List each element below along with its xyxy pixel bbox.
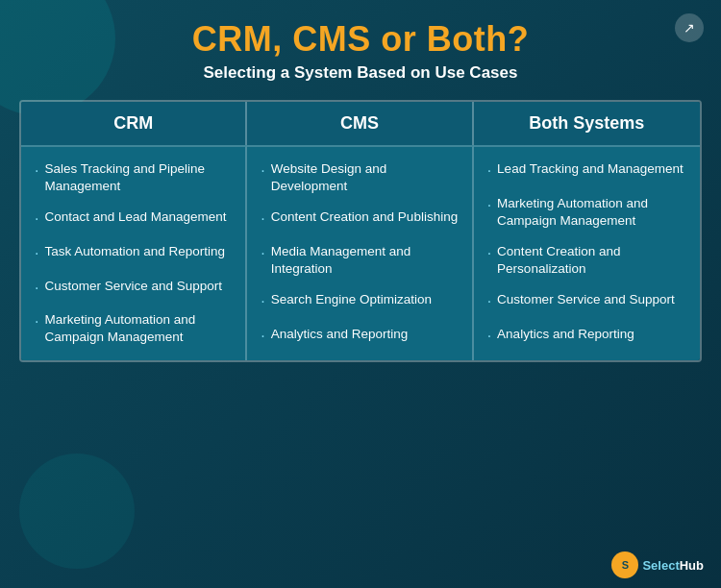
list-item: · Content Creation and Personalization <box>487 243 686 278</box>
main-content: CRM, CMS or Both? Selecting a System Bas… <box>0 0 721 588</box>
bullet-icon: · <box>35 160 38 182</box>
page-title: CRM, CMS or Both? <box>192 19 529 60</box>
share-icon: ↗ <box>684 20 695 36</box>
share-button[interactable]: ↗ <box>675 13 704 42</box>
bullet-icon: · <box>261 291 264 312</box>
bullet-icon: · <box>487 195 491 216</box>
item-text: Website Design and Development <box>271 160 459 195</box>
item-text: Customer Service and Support <box>44 278 222 295</box>
comparison-table: CRM CMS Both Systems · Sales Tracking an… <box>19 100 702 362</box>
list-item: · Customer Service and Support <box>35 278 232 299</box>
table-body: · Sales Tracking and Pipeline Management… <box>21 145 700 360</box>
list-item: · Contact and Lead Management <box>35 208 232 230</box>
item-text: Task Automation and Reporting <box>44 243 225 260</box>
item-text: Analytics and Reporting <box>497 326 634 343</box>
list-item: · Analytics and Reporting <box>261 326 458 347</box>
bullet-icon: · <box>261 326 264 347</box>
logo-icon: S <box>611 551 638 578</box>
item-text: Sales Tracking and Pipeline Management <box>44 160 232 195</box>
list-item: · Task Automation and Reporting <box>35 243 232 264</box>
header-crm: CRM <box>21 102 247 145</box>
table-header-row: CRM CMS Both Systems <box>21 102 700 145</box>
crm-column: · Sales Tracking and Pipeline Management… <box>21 145 247 360</box>
bullet-icon: · <box>487 291 491 312</box>
list-item: · Content Creation and Publishing <box>261 208 458 230</box>
bullet-icon: · <box>261 160 264 182</box>
bullet-icon: · <box>35 243 38 264</box>
bullet-icon: · <box>487 160 491 182</box>
list-item: · Search Engine Optimization <box>261 291 458 312</box>
list-item: · Analytics and Reporting <box>487 326 686 347</box>
logo-hub-text: Hub <box>680 558 704 573</box>
list-item: · Marketing Automation and Campaign Mana… <box>487 195 686 230</box>
item-text: Analytics and Reporting <box>271 326 409 343</box>
item-text: Marketing Automation and Campaign Manage… <box>44 311 232 346</box>
logo: S SelectHub <box>611 551 704 578</box>
item-text: Customer Service and Support <box>497 291 675 308</box>
page-subtitle: Selecting a System Based on Use Cases <box>204 63 518 83</box>
list-item: · Marketing Automation and Campaign Mana… <box>35 311 232 346</box>
bullet-icon: · <box>487 326 491 347</box>
bullet-icon: · <box>261 243 264 264</box>
item-text: Content Creation and Personalization <box>497 243 686 278</box>
item-text: Media Management and Integration <box>271 243 459 278</box>
header-cms: CMS <box>247 102 473 145</box>
bullet-icon: · <box>35 278 38 299</box>
bullet-icon: · <box>261 208 264 230</box>
bullet-icon: · <box>487 243 491 264</box>
both-column: · Lead Tracking and Management · Marketi… <box>474 145 700 360</box>
cms-column: · Website Design and Development · Conte… <box>247 145 473 360</box>
logo-text: SelectHub <box>642 558 704 573</box>
list-item: · Media Management and Integration <box>261 243 458 278</box>
list-item: · Customer Service and Support <box>487 291 686 312</box>
bullet-icon: · <box>35 311 38 332</box>
header-both: Both Systems <box>474 102 700 145</box>
bullet-icon: · <box>35 208 38 230</box>
item-text: Contact and Lead Management <box>44 208 226 226</box>
list-item: · Lead Tracking and Management <box>487 160 686 182</box>
item-text: Marketing Automation and Campaign Manage… <box>497 195 686 230</box>
list-item: · Sales Tracking and Pipeline Management <box>35 160 232 195</box>
item-text: Content Creation and Publishing <box>271 208 458 226</box>
item-text: Lead Tracking and Management <box>497 160 684 178</box>
logo-select-text: Select <box>642 558 679 573</box>
list-item: · Website Design and Development <box>261 160 458 195</box>
item-text: Search Engine Optimization <box>271 291 432 308</box>
